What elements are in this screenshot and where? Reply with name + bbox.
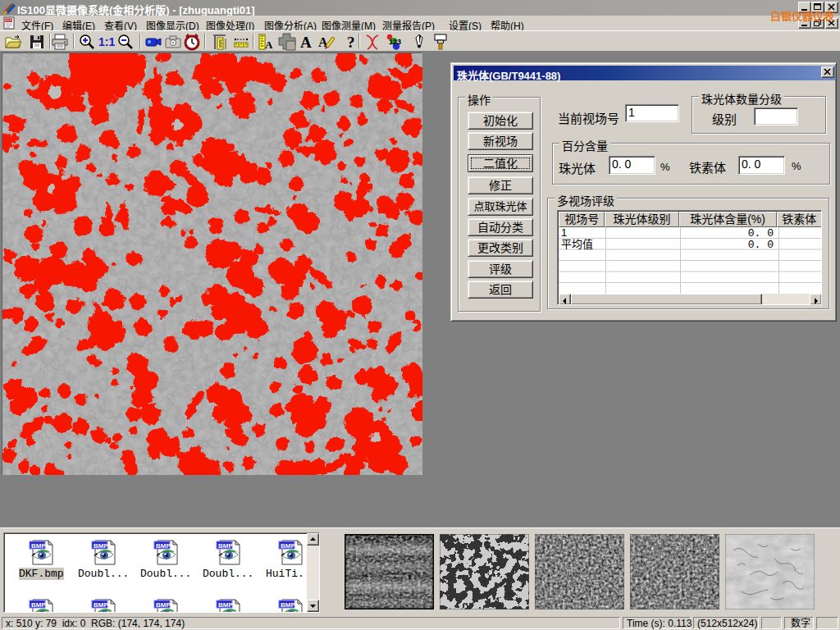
svg-text:0. 0: 0. 0 [748,239,774,251]
svg-text:平均值: 平均值 [561,238,593,250]
svg-text:A: A [300,34,312,51]
svg-text:?: ? [347,34,355,51]
svg-text:DOC: DOC [5,18,14,22]
svg-text:A: A [265,39,273,51]
svg-text:123: 123 [389,38,401,46]
svg-text:1:1: 1:1 [98,35,115,48]
